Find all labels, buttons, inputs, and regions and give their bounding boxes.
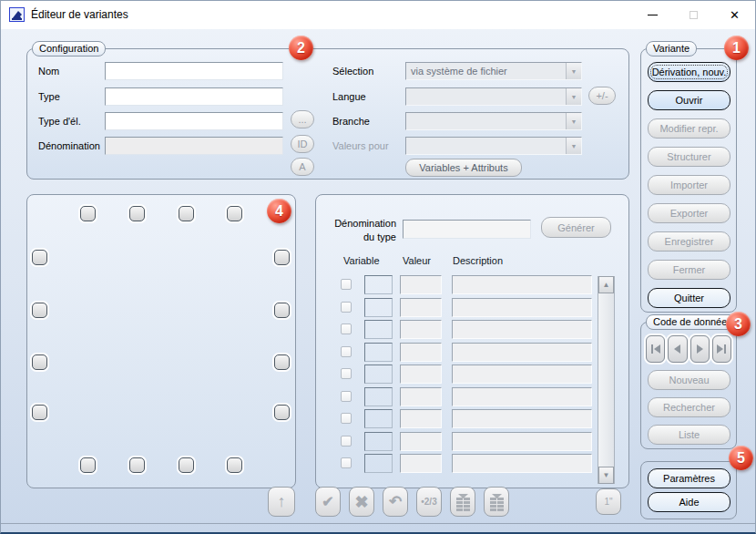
- row-checkbox[interactable]: [341, 436, 352, 447]
- variant-position-button[interactable]: [32, 250, 47, 265]
- variable-field[interactable]: [364, 320, 393, 339]
- id-button[interactable]: ID: [291, 135, 314, 153]
- variant-position-button[interactable]: [32, 405, 47, 420]
- chevron-down-icon[interactable]: ▼: [566, 63, 581, 79]
- variant-position-button[interactable]: [129, 206, 145, 221]
- variant-position-button[interactable]: [179, 206, 194, 221]
- undo-button[interactable]: ↶: [383, 487, 408, 517]
- variant-position-button[interactable]: [227, 206, 242, 221]
- description-field[interactable]: [452, 343, 592, 362]
- rechercher-button[interactable]: Rechercher: [648, 397, 730, 417]
- row-checkbox[interactable]: [341, 346, 352, 357]
- row-checkbox[interactable]: [341, 279, 352, 290]
- variant-position-button[interactable]: [274, 250, 290, 265]
- variant-position-button[interactable]: [80, 457, 96, 473]
- description-field[interactable]: [452, 387, 592, 406]
- variant-position-button[interactable]: [227, 457, 242, 473]
- nom-field[interactable]: [105, 62, 283, 80]
- valeur-field[interactable]: [400, 275, 442, 294]
- valeur-field[interactable]: [400, 387, 442, 406]
- row-checkbox[interactable]: [341, 391, 352, 402]
- a-button[interactable]: A: [291, 158, 314, 176]
- variant-position-button[interactable]: [80, 206, 96, 221]
- variable-field[interactable]: [364, 275, 393, 294]
- modifier-repr-button[interactable]: Modifier repr.: [648, 118, 730, 139]
- variant-position-button[interactable]: [32, 303, 47, 318]
- scroll-down-button[interactable]: ▼: [598, 467, 614, 484]
- variant-position-button[interactable]: [179, 457, 194, 473]
- denomination-du-type-field[interactable]: [403, 220, 531, 239]
- exporter-button[interactable]: Exporter: [648, 203, 730, 223]
- chevron-down-icon[interactable]: ▼: [566, 88, 581, 105]
- row-checkbox[interactable]: [341, 323, 352, 334]
- description-field[interactable]: [452, 365, 592, 384]
- valeur-field[interactable]: [400, 432, 442, 451]
- table-insert-icon-button[interactable]: [484, 487, 509, 517]
- minimize-button[interactable]: [632, 1, 673, 28]
- confirm-button[interactable]: ✔: [315, 487, 341, 517]
- derivation-nouv-button[interactable]: Dérivation, nouv.: [648, 62, 730, 82]
- structurer-button[interactable]: Structurer: [648, 147, 730, 167]
- first-record-button[interactable]: [646, 335, 665, 363]
- annotation-badge-5: 5: [729, 446, 753, 470]
- row-checkbox[interactable]: [341, 302, 352, 313]
- description-field[interactable]: [452, 454, 592, 473]
- ouvrir-button[interactable]: Ouvrir: [648, 90, 730, 110]
- valeur-field[interactable]: [400, 409, 442, 428]
- valeur-field[interactable]: [400, 320, 442, 339]
- scrollbar[interactable]: ▲ ▼: [598, 276, 615, 484]
- next-record-button[interactable]: [690, 335, 710, 363]
- plus-minus-button[interactable]: +/-: [588, 87, 616, 105]
- variable-field[interactable]: [364, 409, 393, 428]
- fermer-button[interactable]: Fermer: [648, 260, 730, 280]
- variant-position-button[interactable]: [274, 354, 290, 370]
- generer-button[interactable]: Générer: [541, 217, 611, 238]
- variables-attributs-button[interactable]: Variables + Attributs: [405, 159, 522, 177]
- valeur-field[interactable]: [400, 365, 442, 384]
- table-insert-icon-button[interactable]: [450, 487, 475, 517]
- chevron-down-icon[interactable]: ▼: [566, 113, 581, 129]
- description-field[interactable]: [452, 432, 592, 451]
- branche-dropdown[interactable]: ▼: [405, 112, 582, 130]
- variable-field[interactable]: [364, 365, 393, 384]
- variable-field[interactable]: [364, 454, 393, 473]
- scroll-up-button[interactable]: ▲: [598, 276, 614, 293]
- liste-button[interactable]: Liste: [648, 425, 730, 445]
- last-record-button[interactable]: [712, 335, 731, 363]
- variable-field[interactable]: [364, 298, 393, 317]
- row-checkbox[interactable]: [341, 413, 352, 424]
- move-up-button[interactable]: ↑: [268, 487, 295, 517]
- close-button[interactable]: ✕: [714, 1, 755, 28]
- description-field[interactable]: [452, 275, 592, 294]
- row-checkbox[interactable]: [341, 457, 352, 468]
- row-checkbox[interactable]: [341, 368, 352, 379]
- variant-position-button[interactable]: [32, 354, 47, 370]
- enregistrer-button[interactable]: Enregistrer: [648, 231, 730, 252]
- variant-position-button[interactable]: [274, 405, 290, 420]
- ratio-button[interactable]: •2/3: [416, 487, 442, 517]
- description-field[interactable]: [452, 409, 592, 428]
- variable-field[interactable]: [364, 432, 393, 451]
- nouveau-button[interactable]: Nouveau: [648, 370, 730, 390]
- selection-dropdown[interactable]: via système de fichier ▼: [405, 62, 582, 80]
- aide-button[interactable]: Aide: [648, 492, 730, 512]
- valeur-field[interactable]: [400, 298, 442, 317]
- browse-button[interactable]: ...: [291, 110, 314, 128]
- valeur-field[interactable]: [400, 454, 442, 473]
- variant-position-button[interactable]: [129, 457, 145, 473]
- quitter-button[interactable]: Quitter: [648, 288, 730, 308]
- type-field[interactable]: [105, 87, 283, 106]
- description-field[interactable]: [452, 298, 592, 317]
- type-el-field[interactable]: [105, 112, 283, 130]
- description-field[interactable]: [452, 320, 592, 339]
- langue-dropdown[interactable]: ▼: [405, 87, 582, 106]
- previous-record-button[interactable]: [668, 335, 687, 363]
- cancel-button[interactable]: ✖: [349, 487, 374, 517]
- importer-button[interactable]: Importer: [648, 175, 730, 195]
- variable-field[interactable]: [364, 387, 393, 406]
- variant-position-button[interactable]: [274, 303, 290, 318]
- variable-field[interactable]: [364, 343, 393, 362]
- parametres-button[interactable]: Paramètres: [648, 468, 730, 488]
- valeur-field[interactable]: [400, 343, 442, 362]
- scale-one-inch-button[interactable]: 1": [596, 488, 621, 515]
